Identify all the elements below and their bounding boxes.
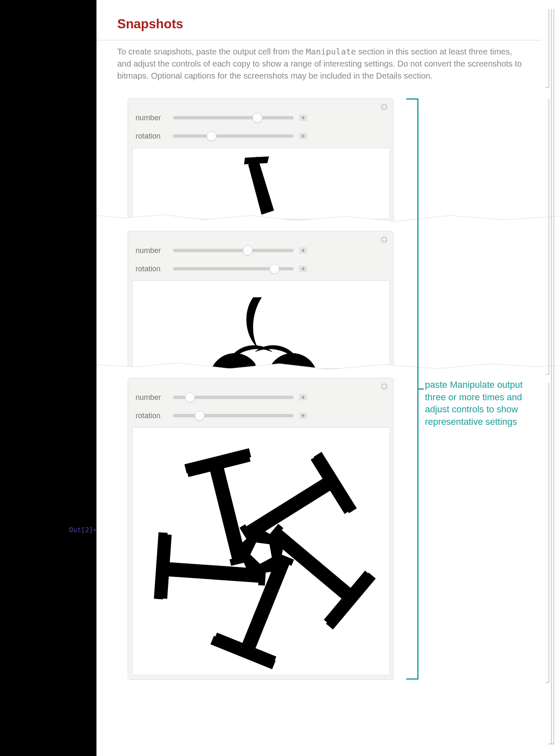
cell-brackets[interactable] bbox=[544, 8, 556, 745]
slider-thumb[interactable] bbox=[195, 411, 205, 421]
slider-label-number: number bbox=[136, 114, 173, 122]
page-root: Snapshots To create snapshots, paste the… bbox=[0, 0, 558, 756]
output-canvas-2 bbox=[132, 280, 390, 369]
slider-thumb[interactable] bbox=[185, 392, 195, 402]
slider-animate-icon[interactable] bbox=[299, 266, 307, 272]
svg-rect-22 bbox=[382, 386, 386, 387]
slider-animate-icon[interactable] bbox=[299, 133, 307, 139]
slider-thumb[interactable] bbox=[252, 113, 262, 123]
svg-rect-5 bbox=[301, 117, 305, 118]
slider-rotation[interactable] bbox=[173, 267, 294, 270]
output-cell-label: Out[2]= bbox=[69, 526, 97, 534]
manipulate-panel-2: number rotation bbox=[128, 231, 394, 372]
slider-label-number: number bbox=[136, 246, 173, 255]
control-row-number: number bbox=[136, 112, 307, 124]
control-row-number: number bbox=[136, 392, 307, 403]
control-row-number: number bbox=[136, 245, 307, 256]
control-row-rotation: rotation bbox=[136, 410, 307, 421]
manipulate-panel-3: number rotation bbox=[128, 378, 394, 680]
output-canvas-1 bbox=[132, 148, 390, 219]
slider-number[interactable] bbox=[173, 249, 294, 252]
autorun-icon[interactable] bbox=[380, 103, 388, 111]
slider-label-rotation: rotation bbox=[136, 265, 173, 273]
control-row-rotation: rotation bbox=[136, 130, 307, 142]
svg-rect-25 bbox=[301, 397, 305, 398]
slider-label-rotation: rotation bbox=[136, 411, 173, 420]
svg-rect-2 bbox=[382, 107, 386, 107]
instruction-code-word: Manipulate bbox=[306, 47, 356, 57]
slider-label-rotation: rotation bbox=[136, 132, 173, 141]
slider-number[interactable] bbox=[173, 116, 294, 119]
svg-rect-12 bbox=[382, 239, 386, 240]
slider-animate-icon[interactable] bbox=[299, 115, 307, 121]
autorun-icon[interactable] bbox=[380, 382, 388, 391]
svg-rect-8 bbox=[301, 136, 305, 136]
autorun-icon[interactable] bbox=[380, 235, 388, 244]
slider-number[interactable] bbox=[173, 396, 294, 399]
annotation-text: paste Manipulate output three or more ti… bbox=[425, 379, 541, 428]
section-heading: Snapshots bbox=[117, 17, 183, 32]
control-row-rotation: rotation bbox=[136, 263, 307, 275]
svg-rect-28 bbox=[301, 415, 305, 416]
slider-thumb[interactable] bbox=[207, 131, 217, 141]
slider-animate-icon[interactable] bbox=[299, 394, 307, 400]
svg-rect-18 bbox=[301, 268, 305, 269]
output-canvas-3 bbox=[132, 427, 390, 675]
slider-rotation[interactable] bbox=[173, 134, 294, 138]
manipulate-panel-1: number rotation bbox=[128, 98, 394, 223]
section-rule bbox=[96, 40, 541, 40]
slider-thumb[interactable] bbox=[269, 264, 279, 274]
slider-animate-icon[interactable] bbox=[299, 413, 307, 419]
svg-rect-15 bbox=[301, 250, 305, 251]
document-area: Snapshots To create snapshots, paste the… bbox=[96, 0, 558, 756]
slider-rotation[interactable] bbox=[173, 414, 294, 417]
slider-label-number: number bbox=[136, 393, 173, 402]
slider-animate-icon[interactable] bbox=[299, 248, 307, 253]
slider-thumb[interactable] bbox=[243, 245, 253, 255]
annotation-bracket bbox=[406, 98, 424, 680]
instruction-paragraph: To create snapshots, paste the output ce… bbox=[117, 46, 525, 82]
instruction-text-prefix: To create snapshots, paste the output ce… bbox=[117, 47, 306, 56]
